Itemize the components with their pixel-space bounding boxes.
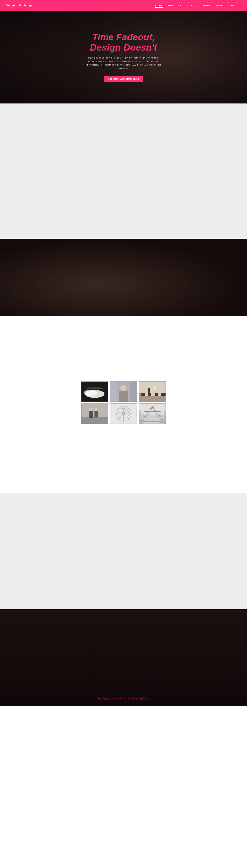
svg-rect-25 — [148, 390, 150, 393]
svg-rect-17 — [155, 393, 158, 396]
svg-rect-4 — [88, 387, 101, 388]
svg-rect-9 — [111, 382, 117, 402]
svg-rect-62 — [139, 410, 141, 424]
svg-rect-29 — [82, 417, 108, 424]
work-grid — [81, 381, 166, 424]
work-item-5[interactable] — [110, 403, 137, 424]
footer-watermark: 扫描微信关注bbs.xteniao.com免费下载使用网址 — [98, 697, 149, 700]
footer-section: 扫描微信关注bbs.xteniao.com免费下载使用网址 — [0, 609, 247, 706]
nav-item-contact[interactable]: CONTACT — [228, 4, 241, 7]
hero-cta-button[interactable]: Explore Awesomeness — [104, 76, 143, 82]
nav-item-team[interactable]: TEAM — [216, 4, 223, 7]
nav-link-work[interactable]: WORK — [203, 4, 211, 7]
svg-rect-19 — [161, 393, 165, 396]
clients-section — [0, 493, 247, 609]
svg-point-23 — [153, 385, 156, 388]
nav-item-clients[interactable]: CLIENTS — [186, 4, 198, 7]
nav-menu: HOME SERVICES CLIENTS WORK TEAM CONTACT — [155, 4, 241, 7]
work-photo-woman — [110, 382, 136, 402]
svg-rect-15 — [148, 393, 151, 396]
white-spacer-2 — [0, 436, 247, 493]
svg-rect-10 — [130, 382, 136, 402]
svg-point-43 — [123, 420, 124, 422]
svg-rect-14 — [145, 393, 148, 396]
nav-link-home[interactable]: HOME — [155, 4, 163, 8]
work-photo-twins — [82, 404, 108, 424]
white-spacer-1 — [0, 316, 247, 374]
svg-rect-16 — [151, 393, 155, 396]
navbar: Design · Bootstrap HOME SERVICES CLIENTS… — [0, 0, 247, 11]
svg-point-30 — [89, 408, 92, 411]
work-photo-shoes — [82, 382, 108, 402]
svg-point-22 — [152, 391, 157, 393]
svg-point-47 — [128, 418, 130, 420]
nav-link-clients[interactable]: CLIENTS — [186, 4, 198, 7]
nav-item-work[interactable]: WORK — [203, 4, 211, 7]
svg-rect-64 — [143, 412, 144, 424]
svg-point-2 — [84, 390, 97, 396]
work-photo-bridge — [139, 404, 165, 424]
svg-rect-31 — [89, 411, 93, 417]
svg-point-44 — [115, 413, 117, 414]
svg-rect-3 — [86, 389, 103, 390]
nav-link-services[interactable]: SERVICES — [167, 4, 181, 7]
nav-brand: Design · Bootstrap — [6, 4, 32, 7]
work-item-6[interactable] — [139, 403, 166, 424]
work-section — [0, 374, 247, 436]
nav-link-contact[interactable]: CONTACT — [228, 4, 241, 7]
svg-point-45 — [130, 413, 132, 414]
work-photo-chess — [139, 382, 165, 402]
nav-item-services[interactable]: SERVICES — [167, 4, 181, 7]
svg-rect-8 — [119, 391, 128, 402]
svg-point-48 — [128, 408, 130, 409]
hero-subtitle: MORBI BIBENDUM RISUS NON NUNC FEUGIAT. Q… — [85, 57, 162, 70]
svg-point-42 — [123, 406, 124, 407]
svg-rect-65 — [161, 412, 162, 424]
work-item-1[interactable] — [81, 381, 108, 402]
svg-point-46 — [117, 408, 119, 409]
svg-point-26 — [148, 388, 150, 390]
dark-photo-section — [0, 239, 247, 316]
svg-rect-63 — [164, 410, 165, 424]
svg-point-7 — [120, 385, 127, 391]
svg-rect-13 — [142, 393, 145, 396]
svg-rect-18 — [158, 393, 161, 396]
nav-link-team[interactable]: TEAM — [216, 4, 223, 7]
hero-title: Time Fadeout, Design Doesn't — [85, 32, 162, 53]
svg-point-49 — [117, 418, 119, 420]
hero-content: Time Fadeout, Design Doesn't MORBI BIBEN… — [77, 25, 170, 90]
services-section — [0, 103, 247, 239]
svg-rect-33 — [95, 411, 98, 417]
work-photo-circular — [110, 404, 136, 424]
work-item-4[interactable] — [81, 403, 108, 424]
work-item-2[interactable] — [110, 381, 137, 402]
hero-section: Time Fadeout, Design Doesn't MORBI BIBEN… — [0, 11, 247, 103]
nav-item-home[interactable]: HOME — [155, 4, 163, 7]
svg-point-32 — [95, 407, 98, 411]
work-item-3[interactable] — [139, 381, 166, 402]
